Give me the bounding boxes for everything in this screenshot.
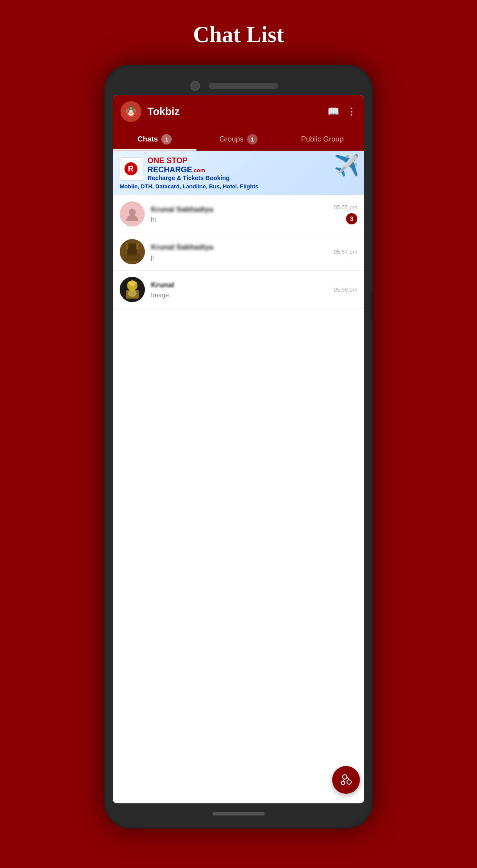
ad-services-text: Mobile, DTH, Datacard, Landline, Bus, Ho…	[120, 183, 357, 190]
new-chat-fab[interactable]	[332, 766, 360, 794]
chat-item-3[interactable]: Krunal Image 05:56 pm	[113, 271, 364, 309]
tab-groups-badge: 1	[247, 134, 258, 145]
page-title: Chat List	[193, 22, 284, 47]
chat-meta-1: 05:57 pm 3	[334, 204, 357, 224]
chat-avatar-1	[120, 201, 145, 227]
svg-rect-5	[124, 254, 140, 261]
phone-screen: 🪆 Tokbiz 📖 ⋮ Chats 1 Groups 1 Public Gro…	[113, 95, 364, 803]
svg-point-14	[347, 780, 351, 784]
more-menu-icon[interactable]: ⋮	[347, 106, 356, 117]
phone-frame: 🪆 Tokbiz 📖 ⋮ Chats 1 Groups 1 Public Gro…	[104, 65, 373, 829]
chat-info-3: Krunal Image	[151, 281, 330, 299]
chat-info-2: Krunal Sabhadiya ji	[151, 243, 330, 261]
svg-point-8	[130, 281, 135, 286]
app-header: 🪆 Tokbiz 📖 ⋮	[113, 95, 364, 128]
svg-point-10	[134, 282, 137, 284]
tab-chats-badge: 1	[161, 134, 172, 145]
chat-time-3: 05:56 pm	[334, 286, 357, 293]
tabs-bar: Chats 1 Groups 1 Public Group	[113, 128, 364, 151]
svg-point-9	[128, 282, 131, 284]
chat-meta-2: 05:57 pm	[334, 249, 357, 255]
chat-time-2: 05:57 pm	[334, 249, 357, 255]
tab-public-groups-label: Public Group	[301, 135, 343, 144]
chat-message-1: hi	[151, 216, 330, 223]
tab-chats[interactable]: Chats 1	[113, 128, 196, 151]
phone-top-bar	[113, 73, 364, 95]
svg-point-0	[129, 209, 136, 216]
chat-name-1: Krunal Sabhadiya	[151, 205, 330, 214]
tab-chats-label: Chats	[137, 135, 158, 144]
tab-public-groups[interactable]: Public Group	[281, 128, 364, 151]
chat-name-3: Krunal	[151, 281, 330, 289]
ad-banner[interactable]: R ONE STOP RECHARGE.com Recharge & Ticke…	[113, 151, 364, 195]
chat-avatar-3	[120, 277, 145, 302]
svg-point-12	[128, 290, 137, 297]
chat-message-2: ji	[151, 253, 330, 261]
logo-emoji: 🪆	[124, 105, 137, 118]
svg-rect-4	[136, 243, 139, 250]
chat-item-2[interactable]: Krunal Sabhadiya ji 05:57 pm	[113, 233, 364, 271]
ad-brand-name: ONE STOP RECHARGE.com	[147, 156, 230, 174]
svg-line-16	[347, 777, 349, 780]
home-indicator[interactable]	[212, 812, 265, 815]
svg-rect-3	[126, 243, 128, 250]
ad-content: R ONE STOP RECHARGE.com Recharge & Ticke…	[120, 156, 357, 181]
tab-groups[interactable]: Groups 1	[196, 128, 280, 151]
chat-name-2: Krunal Sabhadiya	[151, 243, 330, 252]
svg-rect-2	[127, 243, 137, 256]
app-logo-avatar: 🪆	[121, 101, 141, 122]
read-icon[interactable]: 📖	[327, 106, 339, 117]
tab-groups-label: Groups	[219, 135, 244, 144]
svg-point-13	[343, 775, 347, 779]
unread-badge-1: 3	[346, 213, 357, 224]
chat-time-1: 05:57 pm	[334, 204, 357, 210]
chat-info-1: Krunal Sabhadiya hi	[151, 205, 330, 223]
ad-logo: R	[120, 157, 143, 181]
fab-container	[332, 766, 360, 794]
ad-plane-icon: ✈️	[334, 153, 360, 178]
chat-item[interactable]: Krunal Sabhadiya hi 05:57 pm 3	[113, 195, 364, 233]
chat-message-3: Image	[151, 291, 330, 299]
app-title: Tokbiz	[147, 105, 327, 118]
svg-point-15	[341, 781, 345, 785]
ad-brand-info: ONE STOP RECHARGE.com Recharge & Tickets…	[147, 156, 230, 181]
svg-line-17	[343, 779, 345, 781]
chat-meta-3: 05:56 pm	[334, 286, 357, 293]
header-actions: 📖 ⋮	[327, 106, 356, 117]
front-camera	[190, 81, 200, 91]
earpiece-speaker	[209, 83, 278, 89]
phone-bottom-bar	[113, 803, 364, 820]
chat-list: Krunal Sabhadiya hi 05:57 pm 3	[113, 195, 364, 803]
ad-tagline: Recharge & Tickets Booking	[147, 174, 230, 181]
chat-avatar-2	[120, 239, 145, 264]
